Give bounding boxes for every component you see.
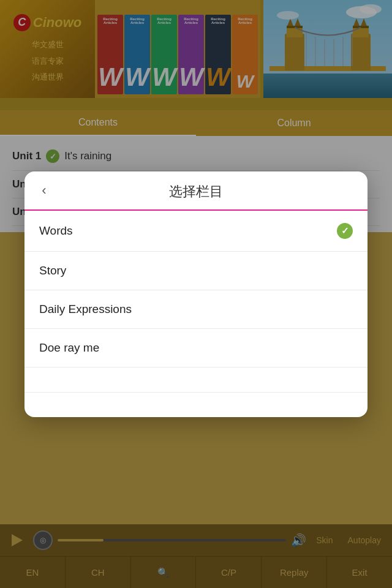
modal-back-button[interactable]: ‹ [34,181,54,200]
modal-item-words-check [337,223,353,239]
modal-overlay[interactable]: ‹ 选择栏目 Words Story Daily Expressions Doe… [0,0,392,588]
modal-item-words-label: Words [39,224,73,238]
modal-item-empty2[interactable] [24,393,368,417]
modal-item-story[interactable]: Story [24,252,368,290]
modal-item-empty1[interactable] [24,368,368,393]
modal-item-doerayme-label: Doe ray me [39,341,99,355]
modal-item-doerayme[interactable]: Doe ray me [24,329,368,368]
modal-dialog: ‹ 选择栏目 Words Story Daily Expressions Doe… [24,172,368,417]
modal-title: 选择栏目 [169,183,223,201]
modal-item-daily-label: Daily Expressions [39,303,132,316]
modal-item-daily[interactable]: Daily Expressions [24,290,368,329]
modal-header: ‹ 选择栏目 [24,172,368,211]
modal-item-words[interactable]: Words [24,211,368,252]
modal-items-list: Words Story Daily Expressions Doe ray me [24,211,368,417]
modal-item-story-label: Story [39,264,66,277]
